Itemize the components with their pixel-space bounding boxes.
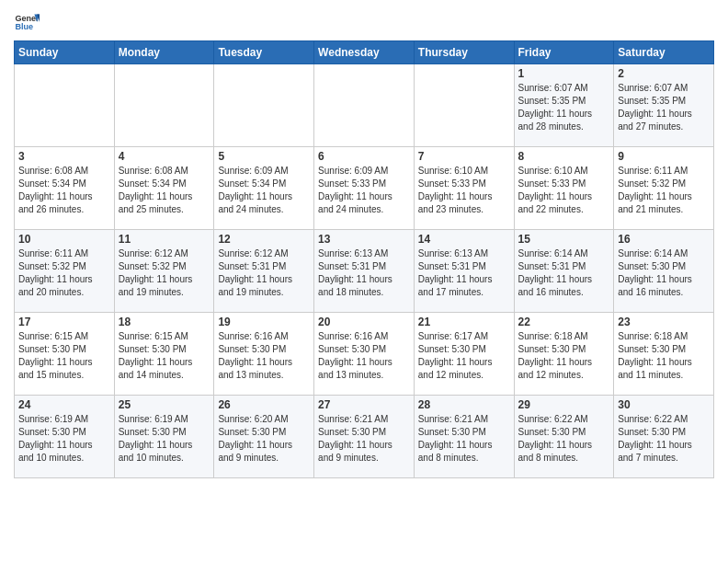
day-number: 14	[418, 233, 510, 246]
day-number: 29	[518, 398, 610, 411]
calendar-cell: 12Sunrise: 6:12 AM Sunset: 5:31 PM Dayli…	[214, 230, 314, 313]
calendar-cell: 22Sunrise: 6:18 AM Sunset: 5:30 PM Dayli…	[514, 313, 614, 396]
day-info: Sunrise: 6:16 AM Sunset: 5:30 PM Dayligh…	[218, 330, 310, 382]
day-info: Sunrise: 6:09 AM Sunset: 5:34 PM Dayligh…	[218, 165, 310, 216]
day-info: Sunrise: 6:07 AM Sunset: 5:35 PM Dayligh…	[618, 82, 710, 133]
day-number: 25	[119, 398, 210, 411]
day-info: Sunrise: 6:22 AM Sunset: 5:30 PM Dayligh…	[518, 413, 610, 465]
day-info: Sunrise: 6:20 AM Sunset: 5:30 PM Dayligh…	[218, 413, 310, 465]
calendar-week-5: 24Sunrise: 6:19 AM Sunset: 5:30 PM Dayli…	[15, 396, 714, 478]
day-number: 5	[218, 150, 310, 163]
calendar-cell: 2Sunrise: 6:07 AM Sunset: 5:35 PM Daylig…	[614, 64, 714, 147]
calendar-cell: 16Sunrise: 6:14 AM Sunset: 5:30 PM Dayli…	[614, 230, 714, 313]
day-number: 19	[218, 316, 310, 328]
calendar-cell: 11Sunrise: 6:12 AM Sunset: 5:32 PM Dayli…	[114, 230, 214, 313]
day-number: 4	[119, 150, 210, 163]
day-number: 30	[618, 398, 710, 411]
day-number: 26	[218, 398, 310, 411]
day-number: 27	[318, 398, 410, 411]
weekday-header-friday: Friday	[514, 41, 614, 64]
day-info: Sunrise: 6:17 AM Sunset: 5:30 PM Dayligh…	[418, 330, 510, 382]
day-info: Sunrise: 6:11 AM Sunset: 5:32 PM Dayligh…	[618, 165, 710, 216]
calendar-cell	[414, 64, 514, 147]
day-info: Sunrise: 6:19 AM Sunset: 5:30 PM Dayligh…	[18, 413, 110, 465]
weekday-header-saturday: Saturday	[614, 41, 714, 64]
day-number: 12	[218, 233, 310, 246]
day-info: Sunrise: 6:13 AM Sunset: 5:31 PM Dayligh…	[418, 247, 510, 299]
weekday-header-row: SundayMondayTuesdayWednesdayThursdayFrid…	[15, 41, 714, 64]
calendar-cell: 18Sunrise: 6:15 AM Sunset: 5:30 PM Dayli…	[114, 313, 214, 396]
calendar-cell: 3Sunrise: 6:08 AM Sunset: 5:34 PM Daylig…	[15, 147, 115, 230]
calendar-cell: 7Sunrise: 6:10 AM Sunset: 5:33 PM Daylig…	[414, 147, 514, 230]
calendar-cell: 21Sunrise: 6:17 AM Sunset: 5:30 PM Dayli…	[414, 313, 514, 396]
day-info: Sunrise: 6:21 AM Sunset: 5:30 PM Dayligh…	[318, 413, 410, 465]
day-number: 24	[18, 398, 110, 411]
day-info: Sunrise: 6:21 AM Sunset: 5:30 PM Dayligh…	[418, 413, 510, 465]
calendar-cell: 9Sunrise: 6:11 AM Sunset: 5:32 PM Daylig…	[614, 147, 714, 230]
day-info: Sunrise: 6:14 AM Sunset: 5:31 PM Dayligh…	[518, 247, 610, 299]
calendar-cell: 6Sunrise: 6:09 AM Sunset: 5:33 PM Daylig…	[314, 147, 415, 230]
day-number: 6	[318, 150, 410, 163]
calendar-cell	[314, 64, 415, 147]
calendar-cell: 29Sunrise: 6:22 AM Sunset: 5:30 PM Dayli…	[514, 396, 614, 478]
calendar-cell: 27Sunrise: 6:21 AM Sunset: 5:30 PM Dayli…	[314, 396, 415, 478]
day-info: Sunrise: 6:11 AM Sunset: 5:32 PM Dayligh…	[18, 247, 110, 299]
day-info: Sunrise: 6:10 AM Sunset: 5:33 PM Dayligh…	[418, 165, 510, 216]
day-info: Sunrise: 6:13 AM Sunset: 5:31 PM Dayligh…	[318, 247, 410, 299]
day-number: 18	[119, 316, 210, 328]
calendar-cell: 14Sunrise: 6:13 AM Sunset: 5:31 PM Dayli…	[414, 230, 514, 313]
day-info: Sunrise: 6:09 AM Sunset: 5:33 PM Dayligh…	[318, 165, 410, 216]
calendar-cell: 25Sunrise: 6:19 AM Sunset: 5:30 PM Dayli…	[114, 396, 214, 478]
day-number: 21	[418, 316, 510, 328]
day-number: 11	[119, 233, 210, 246]
day-info: Sunrise: 6:14 AM Sunset: 5:30 PM Dayligh…	[618, 247, 710, 299]
calendar-cell: 17Sunrise: 6:15 AM Sunset: 5:30 PM Dayli…	[15, 313, 115, 396]
calendar-cell: 26Sunrise: 6:20 AM Sunset: 5:30 PM Dayli…	[214, 396, 314, 478]
day-info: Sunrise: 6:18 AM Sunset: 5:30 PM Dayligh…	[618, 330, 710, 382]
day-number: 20	[318, 316, 410, 328]
calendar-cell: 1Sunrise: 6:07 AM Sunset: 5:35 PM Daylig…	[514, 64, 614, 147]
calendar-week-1: 1Sunrise: 6:07 AM Sunset: 5:35 PM Daylig…	[15, 64, 714, 147]
calendar-header: SundayMondayTuesdayWednesdayThursdayFrid…	[15, 41, 714, 64]
day-info: Sunrise: 6:08 AM Sunset: 5:34 PM Dayligh…	[18, 165, 110, 216]
day-info: Sunrise: 6:22 AM Sunset: 5:30 PM Dayligh…	[618, 413, 710, 465]
day-number: 15	[518, 233, 610, 246]
day-number: 2	[618, 67, 710, 80]
day-info: Sunrise: 6:15 AM Sunset: 5:30 PM Dayligh…	[119, 330, 210, 382]
day-info: Sunrise: 6:08 AM Sunset: 5:34 PM Dayligh…	[119, 165, 210, 216]
calendar-cell: 28Sunrise: 6:21 AM Sunset: 5:30 PM Dayli…	[414, 396, 514, 478]
svg-text:Blue: Blue	[15, 22, 33, 31]
day-number: 9	[618, 150, 710, 163]
calendar-cell	[15, 64, 115, 147]
day-number: 10	[18, 233, 110, 246]
weekday-header-tuesday: Tuesday	[214, 41, 314, 64]
calendar-week-3: 10Sunrise: 6:11 AM Sunset: 5:32 PM Dayli…	[15, 230, 714, 313]
weekday-header-sunday: Sunday	[15, 41, 115, 64]
logo: General Blue	[14, 9, 40, 35]
calendar-cell	[214, 64, 314, 147]
calendar-table: SundayMondayTuesdayWednesdayThursdayFrid…	[14, 40, 714, 478]
day-number: 22	[518, 316, 610, 328]
calendar-cell: 4Sunrise: 6:08 AM Sunset: 5:34 PM Daylig…	[114, 147, 214, 230]
day-info: Sunrise: 6:12 AM Sunset: 5:31 PM Dayligh…	[218, 247, 310, 299]
calendar-cell: 5Sunrise: 6:09 AM Sunset: 5:34 PM Daylig…	[214, 147, 314, 230]
day-info: Sunrise: 6:15 AM Sunset: 5:30 PM Dayligh…	[18, 330, 110, 382]
day-info: Sunrise: 6:12 AM Sunset: 5:32 PM Dayligh…	[119, 247, 210, 299]
calendar-body: 1Sunrise: 6:07 AM Sunset: 5:35 PM Daylig…	[15, 64, 714, 478]
calendar-cell: 15Sunrise: 6:14 AM Sunset: 5:31 PM Dayli…	[514, 230, 614, 313]
day-info: Sunrise: 6:16 AM Sunset: 5:30 PM Dayligh…	[318, 330, 410, 382]
day-number: 28	[418, 398, 510, 411]
calendar-cell: 24Sunrise: 6:19 AM Sunset: 5:30 PM Dayli…	[15, 396, 115, 478]
day-number: 8	[518, 150, 610, 163]
calendar-cell: 8Sunrise: 6:10 AM Sunset: 5:33 PM Daylig…	[514, 147, 614, 230]
day-info: Sunrise: 6:19 AM Sunset: 5:30 PM Dayligh…	[119, 413, 210, 465]
calendar-cell: 19Sunrise: 6:16 AM Sunset: 5:30 PM Dayli…	[214, 313, 314, 396]
calendar-cell	[114, 64, 214, 147]
calendar-week-4: 17Sunrise: 6:15 AM Sunset: 5:30 PM Dayli…	[15, 313, 714, 396]
day-info: Sunrise: 6:18 AM Sunset: 5:30 PM Dayligh…	[518, 330, 610, 382]
weekday-header-thursday: Thursday	[414, 41, 514, 64]
day-number: 16	[618, 233, 710, 246]
weekday-header-monday: Monday	[114, 41, 214, 64]
day-info: Sunrise: 6:10 AM Sunset: 5:33 PM Dayligh…	[518, 165, 610, 216]
calendar-cell: 20Sunrise: 6:16 AM Sunset: 5:30 PM Dayli…	[314, 313, 415, 396]
